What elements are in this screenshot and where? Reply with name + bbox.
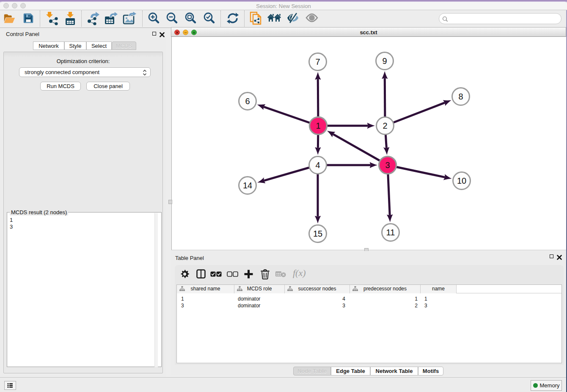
svg-text:3: 3 <box>385 160 390 170</box>
svg-text:14: 14 <box>243 181 252 190</box>
svg-text:6: 6 <box>245 97 250 106</box>
svg-text:4: 4 <box>315 160 320 170</box>
svg-text:7: 7 <box>315 57 320 66</box>
svg-text:10: 10 <box>457 176 466 185</box>
svg-text:8: 8 <box>458 92 463 101</box>
svg-text:1: 1 <box>316 121 320 130</box>
svg-text:15: 15 <box>313 229 322 238</box>
svg-text:11: 11 <box>386 228 395 237</box>
svg-text:2: 2 <box>383 121 387 130</box>
svg-text:9: 9 <box>382 56 387 66</box>
